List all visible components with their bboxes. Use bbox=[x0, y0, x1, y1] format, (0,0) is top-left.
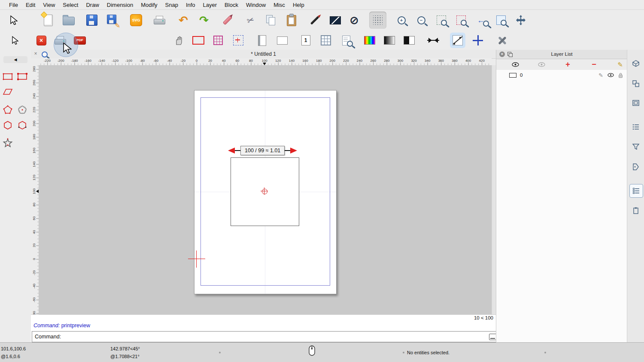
menu-item-snap[interactable]: Snap bbox=[161, 2, 182, 8]
menu-item-layer[interactable]: Layer bbox=[199, 2, 221, 8]
grayscale-button[interactable] bbox=[382, 33, 397, 48]
add-layer-button[interactable]: + bbox=[562, 60, 574, 69]
zoom-out-icon: − bbox=[417, 16, 425, 24]
cut-button[interactable]: ✂ bbox=[242, 12, 259, 29]
draw-rectangle-tool[interactable] bbox=[0, 69, 15, 84]
command-history-value: printpreview bbox=[61, 323, 90, 329]
draw-rectangle-3point-tool[interactable] bbox=[15, 69, 30, 84]
dock-toggle-clipboard[interactable] bbox=[629, 204, 642, 217]
remove-layer-button[interactable]: − bbox=[588, 60, 601, 69]
select-tool-button[interactable] bbox=[5, 12, 22, 29]
snap-grid-toggle-button[interactable] bbox=[369, 12, 386, 29]
plus-icon: + bbox=[565, 60, 570, 68]
layer-lock-button[interactable] bbox=[618, 72, 623, 78]
layer-edit-button[interactable]: ✎ bbox=[598, 72, 603, 78]
pen-attributes-button[interactable] bbox=[306, 12, 323, 29]
menu-item-view[interactable]: View bbox=[39, 2, 59, 8]
zoom-auto-button[interactable] bbox=[433, 12, 450, 29]
menu-item-file[interactable]: File bbox=[5, 2, 22, 8]
open-document-button[interactable] bbox=[60, 12, 77, 29]
paste-button[interactable] bbox=[283, 12, 300, 29]
draft-lines-toggle-button[interactable] bbox=[450, 33, 465, 48]
dock-toggle-list[interactable] bbox=[629, 121, 642, 133]
edit-layer-button[interactable]: ✎ bbox=[614, 60, 627, 69]
save-button[interactable] bbox=[83, 12, 100, 29]
dock-toggle-frame[interactable] bbox=[629, 97, 642, 109]
fit-one-page-button[interactable]: 1 bbox=[298, 33, 313, 48]
page-one-icon: 1 bbox=[301, 35, 310, 45]
menu-item-help[interactable]: Help bbox=[289, 2, 308, 8]
new-document-button[interactable] bbox=[39, 12, 57, 29]
center-to-page-button[interactable] bbox=[231, 33, 246, 48]
landscape-page-button[interactable] bbox=[274, 33, 290, 48]
draw-hexagon-tool[interactable] bbox=[0, 118, 15, 133]
dock-toggle-views[interactable] bbox=[629, 57, 642, 70]
menu-item-block[interactable]: Block bbox=[221, 2, 242, 8]
dock-toggle-filter[interactable] bbox=[629, 140, 642, 153]
move-paper-button[interactable] bbox=[171, 33, 187, 48]
menu-item-dimension[interactable]: Dimension bbox=[103, 2, 137, 8]
fit-to-paper-button[interactable] bbox=[425, 33, 441, 48]
tiled-pages-button[interactable] bbox=[210, 33, 226, 48]
full-color-button[interactable] bbox=[362, 33, 377, 48]
zoom-out-button[interactable]: − bbox=[413, 12, 430, 29]
print-preview-button[interactable] bbox=[151, 12, 168, 29]
zoom-in-button[interactable]: + bbox=[393, 12, 410, 29]
draw-polygon-2corners-tool[interactable] bbox=[15, 118, 30, 133]
menu-item-modify[interactable]: Modify bbox=[137, 2, 161, 8]
portrait-page-button[interactable] bbox=[254, 33, 270, 48]
line-attributes-button[interactable] bbox=[327, 12, 344, 29]
print-preview-toolbar: × PDF Scale: 1:1 ▲▼ 1 bbox=[0, 31, 644, 50]
options-tools-button[interactable] bbox=[495, 33, 510, 48]
h-ruler-label: -20 bbox=[181, 59, 186, 63]
draw-parallelogram-tool[interactable] bbox=[0, 84, 15, 99]
undo-button[interactable]: ↶ bbox=[175, 12, 192, 29]
remove-tool-button[interactable] bbox=[219, 12, 236, 29]
close-print-preview-button[interactable]: × bbox=[33, 33, 49, 48]
hide-all-layers-button[interactable] bbox=[535, 60, 548, 69]
zoom-previous-button[interactable]: ← bbox=[472, 12, 489, 29]
command-input[interactable]: Command: bbox=[32, 331, 501, 342]
select-pointer-button[interactable] bbox=[7, 33, 23, 48]
list-icon bbox=[632, 123, 640, 131]
set-reference-point-button[interactable] bbox=[470, 33, 486, 48]
document-magnifier-icon bbox=[342, 36, 350, 45]
show-all-layers-button[interactable] bbox=[509, 60, 522, 69]
export-svg-button[interactable]: SVG bbox=[128, 12, 145, 29]
menu-item-select[interactable]: Select bbox=[59, 2, 82, 8]
pan-arrows-icon bbox=[516, 15, 526, 25]
layer-row[interactable]: 0 ✎ bbox=[496, 71, 627, 79]
h-ruler-label: 420 bbox=[479, 59, 485, 63]
dock-toggle-layer-list[interactable] bbox=[629, 184, 643, 198]
document-tab-title[interactable]: * Untitled 1 bbox=[31, 51, 496, 57]
menu-item-edit[interactable]: Edit bbox=[22, 2, 39, 8]
draw-polygon-center-corner-tool[interactable] bbox=[0, 103, 15, 117]
layer-visibility-button[interactable] bbox=[608, 73, 614, 77]
h-ruler-label: 280 bbox=[384, 59, 389, 63]
page-grid-button[interactable] bbox=[318, 33, 334, 48]
drawing-canvas[interactable]: 100 / 99 ≈ 1.01 bbox=[39, 65, 492, 314]
zoom-pan-button[interactable] bbox=[512, 12, 529, 29]
blocks-icon bbox=[632, 79, 640, 88]
menu-item-window[interactable]: Window bbox=[242, 2, 270, 8]
draw-polygon-center-tangent-tool[interactable] bbox=[15, 103, 30, 117]
h-ruler-label: -160 bbox=[85, 59, 91, 63]
toolbox-collapse-button[interactable]: ◀ bbox=[3, 56, 27, 63]
zoom-window-button[interactable] bbox=[492, 12, 510, 29]
zoom-page-button[interactable] bbox=[338, 33, 354, 48]
dock-toggle-blocks[interactable] bbox=[629, 77, 642, 90]
save-as-button[interactable]: ✎ bbox=[104, 12, 121, 29]
dock-toggle-tag[interactable] bbox=[629, 160, 642, 173]
paper-borders-button[interactable] bbox=[191, 33, 206, 48]
menu-item-info[interactable]: Info bbox=[182, 2, 199, 8]
menu-item-misc[interactable]: Misc bbox=[270, 2, 289, 8]
no-fill-button[interactable]: ⊘ bbox=[346, 12, 363, 29]
draw-star-tool[interactable] bbox=[0, 136, 15, 151]
command-history: Command: printpreview bbox=[33, 323, 90, 329]
redraw-button[interactable] bbox=[453, 12, 470, 29]
redo-button[interactable]: ↷ bbox=[195, 12, 213, 29]
menu-item-draw[interactable]: Draw bbox=[82, 2, 103, 8]
copy-button[interactable] bbox=[262, 12, 279, 29]
layer-color-swatch[interactable] bbox=[509, 73, 516, 78]
black-white-button[interactable] bbox=[401, 33, 417, 48]
